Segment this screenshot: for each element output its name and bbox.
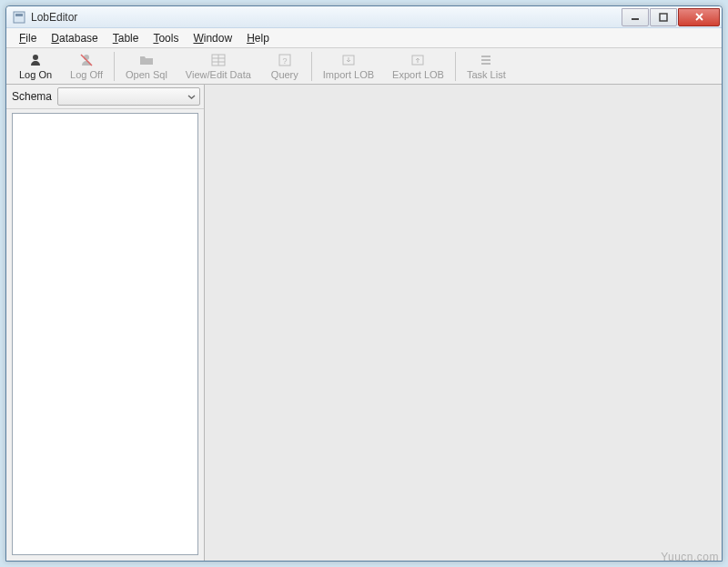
watermark: Yuucn.com (661, 551, 719, 563)
import-icon (340, 52, 357, 68)
toolbar-log-on[interactable]: Log On (10, 49, 61, 84)
menu-tools[interactable]: Tools (146, 30, 186, 46)
svg-point-6 (33, 55, 38, 60)
toolbar-label: View/Edit Data (186, 69, 251, 80)
toolbar-query[interactable]: ? Query (260, 49, 309, 84)
toolbar-separator (455, 52, 456, 81)
toolbar-label: Task List (467, 69, 506, 80)
menu-database[interactable]: Database (44, 30, 105, 46)
schema-tree[interactable] (12, 113, 198, 555)
menu-file[interactable]: File (12, 30, 44, 46)
svg-rect-1 (15, 14, 23, 16)
maximize-icon (659, 13, 668, 22)
minimize-button[interactable] (622, 8, 649, 26)
svg-text:?: ? (282, 56, 287, 66)
user-icon (27, 52, 44, 68)
maximize-button[interactable] (650, 8, 677, 26)
menu-table[interactable]: Table (106, 30, 147, 46)
query-icon: ? (277, 52, 293, 68)
toolbar-export-lob[interactable]: Export LOB (383, 49, 453, 84)
logout-icon (78, 52, 95, 68)
toolbar-label: Query (271, 69, 298, 80)
menubar: File Database Table Tools Window Help (6, 28, 722, 48)
toolbar-label: Export LOB (392, 69, 444, 80)
toolbar-separator (311, 52, 312, 81)
export-icon (410, 52, 426, 68)
toolbar: Log On Log Off Open Sql View/Edit Data ?… (6, 48, 722, 85)
toolbar-log-off[interactable]: Log Off (61, 49, 112, 84)
sidebar: Schema (6, 85, 205, 561)
folder-open-icon (138, 52, 155, 68)
main-content-area (205, 85, 722, 561)
toolbar-label: Log Off (70, 69, 103, 80)
titlebar: LobEditor (6, 6, 722, 28)
toolbar-open-sql[interactable]: Open Sql (116, 49, 177, 84)
menu-window[interactable]: Window (186, 30, 239, 46)
toolbar-label: Open Sql (126, 69, 167, 80)
close-button[interactable] (678, 8, 720, 26)
list-icon (478, 52, 494, 68)
close-icon (694, 12, 704, 22)
body-area: Schema (6, 85, 722, 561)
svg-rect-0 (14, 12, 25, 23)
svg-rect-3 (660, 14, 667, 21)
schema-row: Schema (6, 85, 204, 109)
window-controls (621, 8, 720, 26)
window-title: LobEditor (31, 11, 621, 24)
table-icon (210, 52, 227, 68)
toolbar-task-list[interactable]: Task List (458, 49, 515, 84)
app-window: LobEditor File Database Table Tools Wind… (5, 5, 723, 562)
toolbar-label: Log On (19, 69, 52, 80)
schema-combobox[interactable] (57, 87, 200, 106)
toolbar-import-lob[interactable]: Import LOB (314, 49, 383, 84)
menu-help[interactable]: Help (239, 30, 277, 46)
toolbar-separator (114, 52, 115, 81)
chevron-down-icon (187, 93, 196, 101)
minimize-icon (631, 13, 640, 22)
schema-label: Schema (10, 90, 54, 103)
toolbar-label: Import LOB (323, 69, 374, 80)
toolbar-view-edit-data[interactable]: View/Edit Data (177, 49, 260, 84)
app-icon (12, 10, 26, 25)
